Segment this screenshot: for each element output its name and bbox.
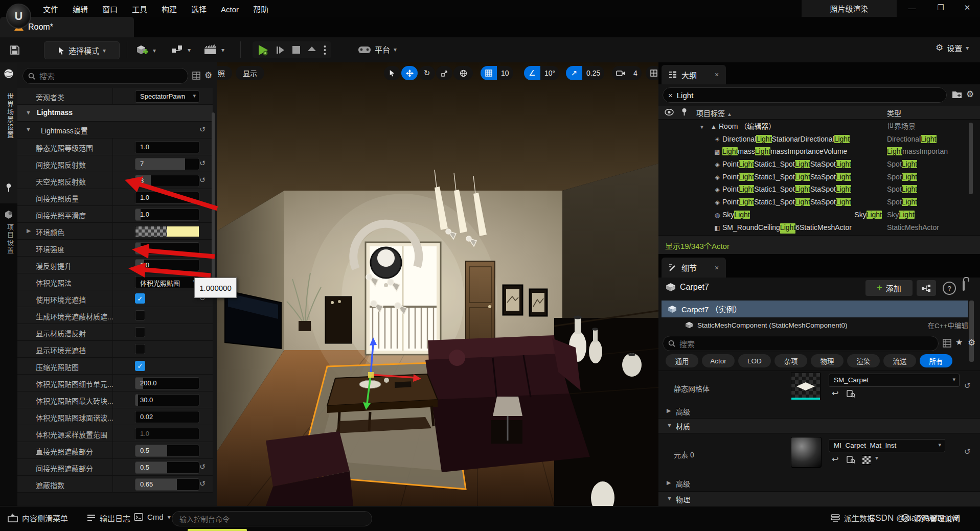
use-selected-icon[interactable]: ↩: [832, 454, 838, 464]
ws-section-Lightmass[interactable]: ▼Lightmass: [17, 105, 213, 122]
close-button[interactable]: ✕: [956, 0, 978, 15]
reset-icon[interactable]: ↺: [199, 125, 206, 133]
skip-frame-icon[interactable]: [276, 45, 285, 55]
component-hierarchy-button[interactable]: [917, 280, 936, 296]
menu-item-1[interactable]: 编辑: [65, 0, 95, 18]
checkbox[interactable]: [135, 327, 145, 337]
pin-icon[interactable]: [681, 108, 688, 116]
reset-icon[interactable]: ↺: [199, 176, 206, 184]
outliner-row[interactable]: ▼▲Room （编辑器）世界场景: [658, 120, 980, 133]
checkbox[interactable]: ✓: [135, 361, 145, 371]
value-field[interactable]: 1.0: [135, 141, 199, 153]
slider-field[interactable]: 1.0: [135, 259, 199, 271]
component-row-instance[interactable]: Carpet7 （实例）: [662, 301, 968, 317]
menu-item-0[interactable]: 文件: [36, 0, 65, 18]
menu-item-6[interactable]: Actor: [214, 2, 246, 17]
value-field[interactable]: 0.02: [135, 411, 199, 423]
column-item-label[interactable]: 项目标签 ▲: [696, 108, 732, 118]
slider-field[interactable]: 1.0: [135, 242, 199, 255]
filter-tab-LOD[interactable]: LOD: [738, 354, 771, 367]
outliner-row[interactable]: ◈PointLightStatic1_SpotLightStaSpotLight…: [658, 196, 980, 209]
component-row-staticmesh[interactable]: StaticMeshComponent (StaticMeshComponent…: [662, 318, 968, 332]
pin-icon[interactable]: [5, 183, 13, 192]
outliner-row[interactable]: ☀DirectionalLightStationarDirectionalLig…: [658, 133, 980, 146]
rotate-tool-button[interactable]: ↻: [419, 66, 435, 80]
reset-icon[interactable]: ↺: [964, 381, 971, 390]
filter-tab-通用[interactable]: 通用: [666, 354, 698, 367]
dropdown-field[interactable]: SpectatorPawn▾: [135, 90, 199, 103]
material-select[interactable]: MI_Carpet_Mat_Inst ▾: [829, 439, 945, 452]
gear-icon[interactable]: ⚙: [966, 89, 974, 100]
scrollbar[interactable]: [212, 112, 215, 286]
reset-icon[interactable]: ↺: [199, 159, 206, 167]
kebab-menu-icon[interactable]: [324, 45, 326, 55]
checkbox[interactable]: [135, 344, 145, 354]
gear-icon[interactable]: ⚙: [968, 337, 975, 348]
tab-details[interactable]: 细节 ×: [662, 258, 726, 278]
material-sphere-thumbnail[interactable]: [791, 437, 822, 468]
reset-icon[interactable]: ↺: [199, 479, 206, 488]
gear-icon[interactable]: ⚙: [204, 70, 212, 81]
grid-snap-value[interactable]: 10: [497, 66, 513, 80]
filter-tab-所有[interactable]: 所有: [920, 354, 952, 367]
static-mesh-select[interactable]: SM_Carpet ▾: [829, 374, 960, 387]
unlock-icon[interactable]: [963, 281, 965, 291]
chevron-down-icon[interactable]: ▾: [875, 454, 878, 461]
project-settings-icon[interactable]: [4, 210, 14, 220]
chevron-down-icon[interactable]: ▼: [26, 109, 31, 116]
slider-field[interactable]: 0.5: [135, 445, 199, 457]
reset-icon[interactable]: ↺: [199, 294, 206, 302]
dropdown-field[interactable]: 体积光照贴图▾: [135, 276, 199, 288]
advanced-expander-2[interactable]: ▶ 高级: [658, 476, 980, 489]
select-tool-button[interactable]: [384, 66, 400, 80]
rotation-snap-value[interactable]: 10°: [540, 66, 559, 80]
save-icon[interactable]: [9, 44, 20, 56]
slider-field[interactable]: 0.65: [135, 478, 199, 491]
add-component-button[interactable]: + 添加: [865, 280, 913, 296]
scale-tool-button[interactable]: [436, 66, 452, 80]
texture-streaming-icon[interactable]: [862, 455, 871, 465]
filter-tab-杂项[interactable]: 杂项: [774, 354, 807, 367]
slider-field[interactable]: 3: [135, 175, 199, 187]
grid-view-icon[interactable]: [192, 72, 200, 80]
platform-dropdown[interactable]: 平台 ▾: [358, 44, 397, 55]
camera-speed-control[interactable]: 4: [612, 66, 642, 80]
reset-icon[interactable]: ↺: [199, 463, 206, 471]
outliner-row[interactable]: ◈PointLightStatic1_SpotLightStaSpotLight…: [658, 171, 980, 183]
static-mesh-thumbnail[interactable]: [791, 373, 821, 400]
scrollbar[interactable]: [969, 301, 974, 362]
filter-tab-渲染[interactable]: 渲染: [847, 354, 880, 367]
move-tool-button[interactable]: [401, 66, 418, 80]
menu-item-2[interactable]: 窗口: [95, 0, 125, 18]
menu-item-4[interactable]: 构建: [154, 0, 184, 18]
console-command-input[interactable]: 输入控制台命令: [172, 511, 372, 526]
scale-snap-value[interactable]: 0.25: [582, 66, 604, 80]
grid-snap-icon[interactable]: [481, 66, 497, 80]
color-swatch[interactable]: [135, 226, 199, 237]
select-mode-dropdown[interactable]: 选择模式 ▾: [44, 41, 120, 59]
ws-section-Lightmass设置[interactable]: ▼Lightmass设置↺: [17, 122, 213, 138]
viewport[interactable]: 照 显示 ↻ 10 ∠ 10° ↗ 0.25 4: [217, 62, 658, 506]
minimize-button[interactable]: —: [901, 0, 923, 15]
checkbox[interactable]: ✓: [135, 293, 145, 304]
close-icon[interactable]: ×: [715, 71, 719, 79]
browse-to-asset-icon[interactable]: [847, 455, 855, 464]
close-icon[interactable]: ×: [715, 264, 719, 272]
scale-snap-icon[interactable]: ↗: [566, 66, 582, 80]
outliner-row[interactable]: ◈PointLightStatic1_SpotLightStaSpotLight…: [658, 183, 980, 196]
slider-field[interactable]: 200.0: [135, 377, 199, 389]
value-field[interactable]: 1.0: [135, 192, 199, 204]
slider-field[interactable]: 30.0: [135, 394, 199, 406]
settings-dropdown[interactable]: ⚙ 设置 ▾: [936, 42, 969, 53]
quad-view-button[interactable]: [646, 66, 658, 80]
add-actor-dropdown[interactable]: ▾: [136, 44, 156, 57]
world-local-toggle[interactable]: [453, 66, 473, 80]
outliner-row[interactable]: ◍SkyLightSkyLightSkyLight: [658, 209, 980, 221]
content-drawer-button[interactable]: 内容侧滑菜单: [8, 513, 68, 523]
slider-field[interactable]: 1.0: [135, 209, 199, 221]
grid-snap-control[interactable]: 10: [481, 66, 513, 80]
browse-to-asset-icon[interactable]: [847, 389, 855, 398]
help-icon[interactable]: ?: [943, 282, 956, 295]
cmd-dropdown[interactable]: Cmd ▾: [134, 513, 171, 521]
filter-tab-流送[interactable]: 流送: [883, 354, 916, 367]
